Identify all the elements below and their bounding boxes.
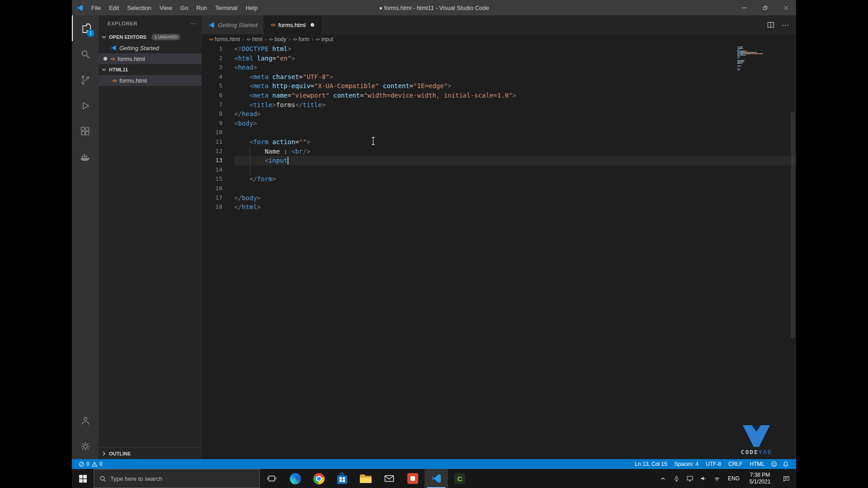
tab-getting-started[interactable]: Getting Started: [202, 15, 264, 34]
menu-edit[interactable]: Edit: [105, 0, 123, 15]
modified-dot[interactable]: [311, 23, 314, 27]
close-button[interactable]: [775, 0, 796, 15]
tray-display-icon[interactable]: [683, 469, 697, 488]
eol-sequence[interactable]: CRLF: [725, 461, 746, 467]
edge-icon[interactable]: [283, 469, 307, 488]
editor-scrollbar[interactable]: [791, 112, 795, 338]
restore-button[interactable]: [755, 0, 775, 15]
code-line[interactable]: 1<!DOCTYPE html>: [202, 44, 796, 54]
feedback-smiley-icon[interactable]: [768, 461, 780, 467]
menu-view[interactable]: View: [156, 0, 176, 15]
menu-help[interactable]: Help: [241, 0, 262, 15]
workspace-section-html11[interactable]: HTML11: [99, 64, 202, 75]
code-editor[interactable]: 1<!DOCTYPE html>2<html lang="en">3<head>…: [202, 44, 796, 459]
breadcrumb-body[interactable]: <>body: [269, 36, 286, 42]
sidebar-title: EXPLORER: [108, 21, 137, 26]
code-line[interactable]: 18</html>: [202, 202, 796, 212]
breadcrumb-form[interactable]: <>form: [292, 36, 309, 42]
code-line[interactable]: 13 <input: [202, 156, 796, 165]
account-icon[interactable]: [72, 408, 99, 433]
code-line[interactable]: 17</body>: [202, 193, 796, 203]
line-number: 17: [202, 193, 234, 203]
tray-microphone-icon[interactable]: [670, 469, 683, 488]
minimap[interactable]: [737, 47, 764, 71]
tree-file-forms-html[interactable]: <> forms.html: [99, 75, 202, 86]
chevron-down-icon: [100, 33, 108, 41]
mouse-cursor: [371, 137, 375, 145]
extensions-icon[interactable]: [72, 118, 99, 144]
code-line[interactable]: 10: [202, 128, 796, 137]
camtasia-icon[interactable]: C: [448, 469, 472, 488]
menu-file[interactable]: File: [87, 0, 105, 15]
action-center-icon[interactable]: [776, 469, 796, 488]
task-view-button[interactable]: [260, 469, 283, 488]
encoding[interactable]: UTF-8: [702, 461, 725, 467]
cursor-position[interactable]: Ln 13, Col 15: [631, 461, 670, 467]
search-icon[interactable]: [72, 41, 99, 67]
vscode-taskbar-icon[interactable]: [425, 469, 448, 488]
more-actions-icon[interactable]: ⋯: [191, 21, 196, 27]
breadcrumb: <>forms.html › <>html › <>body › <>form …: [202, 34, 796, 44]
menu-go[interactable]: Go: [176, 0, 192, 15]
code-line[interactable]: 5 <meta http-equiv="X-UA-Compatible" con…: [202, 81, 796, 91]
menu-selection[interactable]: Selection: [123, 0, 155, 15]
breadcrumb-file[interactable]: <>forms.html: [209, 36, 240, 42]
menu-terminal[interactable]: Terminal: [211, 0, 241, 15]
taskbar-search-input[interactable]: Type here to search: [94, 469, 260, 488]
source-control-icon[interactable]: [72, 67, 99, 93]
language-mode[interactable]: HTML: [746, 461, 768, 467]
code-line[interactable]: 12 Name : <br/>: [202, 147, 796, 156]
code-line[interactable]: 9<body>: [202, 119, 796, 128]
split-editor-icon[interactable]: [767, 21, 774, 28]
line-number: 7: [202, 100, 234, 110]
code-line[interactable]: 7 <title>forms</title>: [202, 100, 796, 110]
open-editor-forms-html[interactable]: <> forms.html: [99, 53, 202, 64]
breadcrumb-input[interactable]: <>input: [316, 36, 333, 42]
menu-run[interactable]: Run: [192, 0, 211, 15]
code-line[interactable]: 4 <meta charset="UTF-8">: [202, 72, 796, 82]
run-debug-icon[interactable]: [72, 93, 99, 118]
line-number: 8: [202, 109, 234, 119]
indentation[interactable]: Spaces: 4: [671, 461, 702, 467]
codeyad-logo-icon: [742, 424, 771, 448]
tray-chevron-up-icon[interactable]: [656, 469, 670, 488]
start-button[interactable]: [72, 469, 94, 488]
error-count: 0: [86, 461, 90, 467]
editor-group: Getting Started <> forms.html ⋯ <>forms.…: [202, 15, 796, 459]
mail-icon[interactable]: [377, 469, 401, 488]
tab-forms-html[interactable]: <> forms.html: [264, 15, 321, 34]
settings-gear-icon[interactable]: [72, 433, 99, 459]
code-line[interactable]: 3<head>: [202, 63, 796, 72]
editor-more-actions-icon[interactable]: ⋯: [782, 21, 789, 29]
explorer-icon[interactable]: 1: [72, 15, 99, 41]
code-line[interactable]: 11 <form action="">: [202, 137, 796, 147]
code-line[interactable]: 16: [202, 184, 796, 193]
tray-volume-icon[interactable]: [697, 469, 710, 488]
code-line[interactable]: 14: [202, 165, 796, 175]
language-indicator[interactable]: ENG: [724, 469, 744, 488]
windows-taskbar: Type here to search C: [72, 469, 796, 488]
outline-section[interactable]: OUTLINE: [99, 447, 202, 459]
indent-guide: [250, 147, 250, 175]
store-icon[interactable]: [330, 469, 354, 488]
problems-indicator[interactable]: 0 0: [76, 461, 104, 467]
taskbar-clock[interactable]: 7:38 PM 5/1/2021: [744, 469, 776, 488]
tray-network-icon[interactable]: [710, 469, 724, 488]
watermark-text: CODE: [741, 449, 759, 455]
breadcrumb-html[interactable]: <>html: [246, 36, 263, 42]
docker-icon[interactable]: [72, 144, 99, 170]
file-explorer-icon[interactable]: [354, 469, 377, 488]
open-editors-section[interactable]: OPEN EDITORS 1 UNSAVED: [99, 32, 202, 42]
code-line[interactable]: 8</head>: [202, 109, 796, 119]
minimize-button[interactable]: [734, 0, 755, 15]
code-line[interactable]: 6 <meta name="viewport" content="width=d…: [202, 91, 796, 100]
code-line[interactable]: 15 </form>: [202, 174, 796, 184]
notifications-bell-icon[interactable]: [780, 461, 792, 467]
open-editor-getting-started[interactable]: Getting Started: [99, 42, 202, 53]
powerpoint-icon[interactable]: [401, 469, 425, 488]
open-editors-label: OPEN EDITORS: [109, 34, 146, 40]
code-line[interactable]: 2<html lang="en">: [202, 54, 796, 63]
vscode-file-icon: [208, 22, 215, 28]
breadcrumb-separator: ›: [242, 36, 245, 42]
chrome-icon[interactable]: [307, 469, 330, 488]
